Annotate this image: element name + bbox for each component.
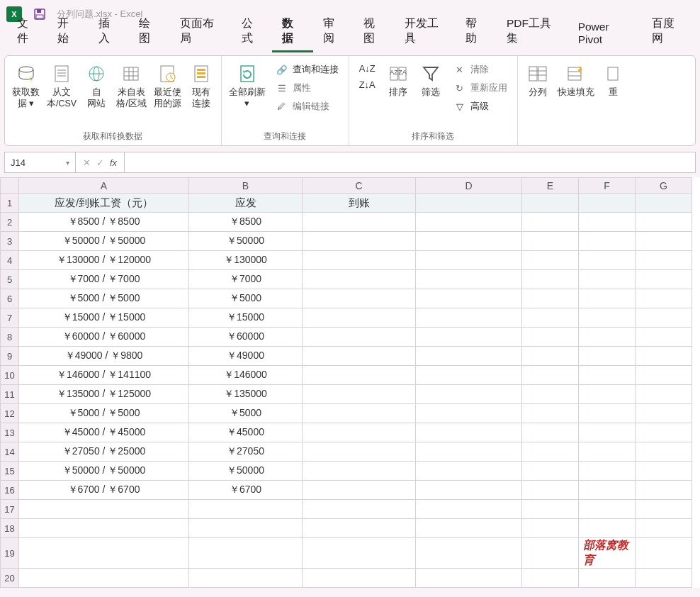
cell[interactable]: ￥6700 — [189, 481, 303, 500]
cell[interactable]: ￥15000 — [189, 308, 303, 328]
cell[interactable] — [579, 213, 636, 232]
select-all-corner[interactable] — [1, 178, 19, 194]
cell[interactable] — [579, 251, 636, 270]
cell[interactable]: ￥5000 — [189, 404, 303, 423]
row-header[interactable]: 6 — [1, 289, 19, 308]
cell[interactable]: ￥146000 — [189, 366, 303, 385]
col-header-F[interactable]: F — [579, 178, 636, 194]
cell[interactable]: 应发 — [189, 194, 303, 213]
cell[interactable] — [416, 347, 522, 366]
row-header[interactable]: 16 — [1, 481, 19, 500]
cell[interactable]: ￥146000 / ￥141100 — [19, 366, 189, 385]
row-header[interactable]: 7 — [1, 308, 19, 328]
cell[interactable] — [416, 442, 522, 462]
cell[interactable]: ￥6700 / ￥6700 — [19, 481, 189, 500]
cell[interactable] — [522, 308, 579, 328]
formula-input[interactable] — [125, 152, 695, 172]
cell[interactable] — [522, 519, 579, 538]
cell[interactable] — [303, 538, 416, 569]
refresh-all-button[interactable]: 全部刷新 ▾ — [226, 59, 269, 112]
cell[interactable]: ￥7000 — [189, 270, 303, 289]
cell[interactable] — [303, 289, 416, 308]
cell[interactable]: ￥60000 — [189, 328, 303, 347]
cell[interactable] — [303, 385, 416, 404]
cell[interactable] — [522, 270, 579, 289]
cell[interactable] — [579, 462, 636, 481]
cell[interactable] — [636, 232, 692, 251]
row-header[interactable]: 14 — [1, 442, 19, 462]
cell[interactable] — [579, 289, 636, 308]
col-header-A[interactable]: A — [19, 178, 189, 194]
cell[interactable] — [19, 538, 189, 569]
cell[interactable] — [522, 538, 579, 569]
cell[interactable]: ￥7000 / ￥7000 — [19, 270, 189, 289]
row-header[interactable]: 17 — [1, 500, 19, 519]
cell[interactable] — [636, 213, 692, 232]
tab-绘图[interactable]: 绘图 — [129, 12, 169, 52]
from-text-csv-button[interactable]: 从文 本/CSV — [44, 59, 79, 112]
from-table-button[interactable]: 来自表 格/区域 — [113, 59, 149, 112]
name-box[interactable]: J14 ▾ — [5, 152, 76, 172]
cell[interactable] — [416, 538, 522, 569]
cell[interactable]: ￥135000 / ￥125000 — [19, 385, 189, 404]
cell[interactable] — [416, 308, 522, 328]
cell[interactable] — [636, 308, 692, 328]
cell[interactable] — [636, 385, 692, 404]
cell[interactable] — [416, 519, 522, 538]
row-header[interactable]: 10 — [1, 366, 19, 385]
remove-dup-button[interactable]: 重 — [599, 59, 628, 101]
advanced-filter-button[interactable]: ▽高级 — [451, 99, 510, 114]
tab-视图[interactable]: 视图 — [354, 12, 394, 52]
existing-connections-button[interactable]: 现有 连接 — [186, 59, 217, 112]
cell[interactable] — [416, 251, 522, 270]
cell[interactable] — [416, 569, 522, 588]
row-header[interactable]: 3 — [1, 232, 19, 251]
cell[interactable] — [303, 232, 416, 251]
cell[interactable] — [522, 251, 579, 270]
cell[interactable] — [416, 289, 522, 308]
cell[interactable] — [636, 251, 692, 270]
cell[interactable] — [636, 481, 692, 500]
row-header[interactable]: 12 — [1, 404, 19, 423]
cell[interactable]: 应发/到账工资（元） — [19, 194, 189, 213]
cell[interactable] — [579, 232, 636, 251]
cell[interactable] — [303, 500, 416, 519]
row-header[interactable]: 19 — [1, 538, 19, 569]
cell[interactable]: ￥49000 — [189, 347, 303, 366]
cell[interactable] — [416, 462, 522, 481]
cell[interactable] — [303, 569, 416, 588]
sort-asc-button[interactable]: A↓Z — [356, 62, 378, 75]
row-header[interactable]: 2 — [1, 213, 19, 232]
cell[interactable] — [416, 500, 522, 519]
cell[interactable] — [303, 308, 416, 328]
col-header-C[interactable]: C — [303, 178, 416, 194]
tab-PDF工具集[interactable]: PDF工具集 — [497, 12, 568, 52]
cell[interactable] — [416, 404, 522, 423]
cell[interactable] — [579, 347, 636, 366]
check-icon[interactable]: ✓ — [96, 157, 104, 168]
flash-fill-button[interactable]: 快速填充 — [555, 59, 597, 101]
cell[interactable] — [19, 569, 189, 588]
cell[interactable] — [636, 442, 692, 462]
tab-页面布局[interactable]: 页面布局 — [170, 12, 232, 52]
row-header[interactable]: 9 — [1, 347, 19, 366]
row-header[interactable]: 18 — [1, 519, 19, 538]
worksheet[interactable]: ABCDEFG1应发/到账工资（元）应发到账2￥8500 / ￥8500￥850… — [0, 177, 700, 588]
cell[interactable] — [636, 538, 692, 569]
cell[interactable] — [416, 213, 522, 232]
cell[interactable] — [522, 500, 579, 519]
cell[interactable] — [416, 481, 522, 500]
cell[interactable] — [579, 404, 636, 423]
cell[interactable]: ￥5000 — [189, 289, 303, 308]
row-header[interactable]: 13 — [1, 423, 19, 442]
edit-links-button[interactable]: 🖉编辑链接 — [273, 99, 341, 114]
cell[interactable]: ￥27050 / ￥25000 — [19, 442, 189, 462]
cell[interactable]: ￥5000 / ￥5000 — [19, 289, 189, 308]
cell[interactable] — [579, 270, 636, 289]
row-header[interactable]: 11 — [1, 385, 19, 404]
tab-文件[interactable]: 文件 — [7, 12, 47, 52]
col-header-D[interactable]: D — [416, 178, 522, 194]
cell[interactable] — [579, 423, 636, 442]
tab-开始[interactable]: 开始 — [47, 12, 88, 52]
col-header-B[interactable]: B — [189, 178, 303, 194]
